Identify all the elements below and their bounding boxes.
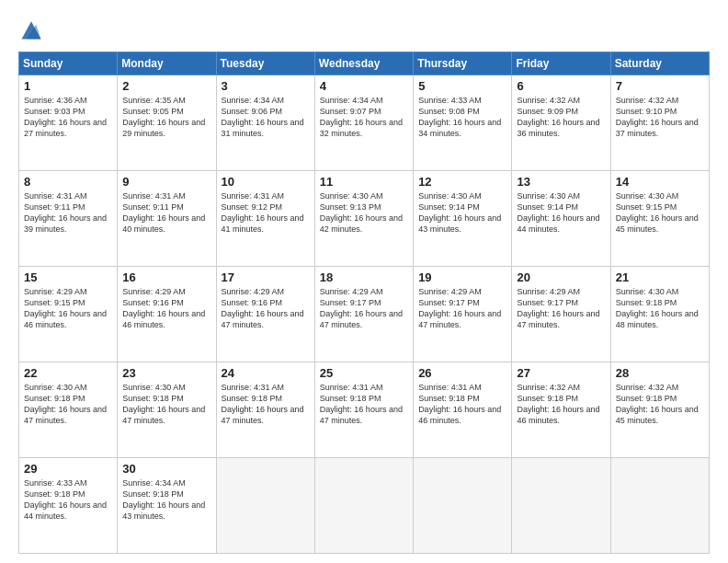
day-number: 29 [24, 462, 112, 476]
day-number: 20 [517, 270, 605, 284]
calendar-day-cell: 5 Sunrise: 4:33 AMSunset: 9:08 PMDayligh… [414, 75, 512, 171]
calendar-day-cell: 18 Sunrise: 4:29 AMSunset: 9:17 PMDaylig… [314, 267, 413, 362]
calendar-day-cell [610, 458, 709, 554]
calendar-day-cell: 16 Sunrise: 4:29 AMSunset: 9:16 PMDaylig… [118, 267, 216, 362]
day-number: 19 [418, 270, 506, 284]
day-info: Sunrise: 4:32 AMSunset: 9:18 PMDaylight:… [517, 382, 605, 427]
day-info: Sunrise: 4:30 AMSunset: 9:14 PMDaylight:… [418, 190, 506, 236]
logo [18, 17, 48, 42]
calendar-day-cell: 28 Sunrise: 4:32 AMSunset: 9:18 PMDaylig… [610, 362, 709, 458]
calendar-day-cell: 12 Sunrise: 4:30 AMSunset: 9:14 PMDaylig… [414, 171, 512, 267]
weekday-header: Thursday [414, 52, 512, 75]
logo-icon [18, 17, 44, 42]
calendar-day-cell: 11 Sunrise: 4:30 AMSunset: 9:13 PMDaylig… [314, 171, 413, 267]
day-info: Sunrise: 4:32 AMSunset: 9:18 PMDaylight:… [616, 382, 704, 427]
day-number: 9 [122, 175, 210, 189]
day-info: Sunrise: 4:30 AMSunset: 9:18 PMDaylight:… [24, 382, 112, 427]
day-number: 12 [418, 175, 506, 189]
calendar-day-cell: 24 Sunrise: 4:31 AMSunset: 9:18 PMDaylig… [216, 362, 314, 458]
day-number: 22 [24, 366, 112, 380]
day-number: 17 [222, 270, 310, 284]
calendar-day-cell: 13 Sunrise: 4:30 AMSunset: 9:14 PMDaylig… [512, 171, 610, 267]
calendar-week-row: 22 Sunrise: 4:30 AMSunset: 9:18 PMDaylig… [19, 362, 710, 458]
calendar-day-cell [414, 458, 512, 554]
calendar-header-row: SundayMondayTuesdayWednesdayThursdayFrid… [19, 52, 710, 75]
day-info: Sunrise: 4:30 AMSunset: 9:13 PMDaylight:… [320, 190, 408, 236]
day-number: 3 [222, 79, 310, 93]
day-info: Sunrise: 4:33 AMSunset: 9:08 PMDaylight:… [418, 95, 506, 140]
calendar-day-cell: 15 Sunrise: 4:29 AMSunset: 9:15 PMDaylig… [19, 267, 118, 362]
weekday-header: Tuesday [216, 52, 314, 75]
page: SundayMondayTuesdayWednesdayThursdayFrid… [0, 0, 728, 563]
calendar-week-row: 8 Sunrise: 4:31 AMSunset: 9:11 PMDayligh… [19, 171, 710, 267]
day-number: 1 [24, 79, 112, 93]
calendar-day-cell: 7 Sunrise: 4:32 AMSunset: 9:10 PMDayligh… [610, 75, 709, 171]
calendar-day-cell: 22 Sunrise: 4:30 AMSunset: 9:18 PMDaylig… [19, 362, 118, 458]
day-info: Sunrise: 4:29 AMSunset: 9:17 PMDaylight:… [517, 286, 605, 331]
header [18, 17, 710, 42]
day-info: Sunrise: 4:32 AMSunset: 9:09 PMDaylight:… [517, 95, 605, 140]
calendar-day-cell: 3 Sunrise: 4:34 AMSunset: 9:06 PMDayligh… [216, 75, 314, 171]
day-number: 26 [418, 366, 506, 380]
day-number: 21 [616, 270, 704, 284]
calendar-day-cell: 27 Sunrise: 4:32 AMSunset: 9:18 PMDaylig… [512, 362, 610, 458]
day-info: Sunrise: 4:30 AMSunset: 9:18 PMDaylight:… [122, 382, 210, 427]
calendar-day-cell: 25 Sunrise: 4:31 AMSunset: 9:18 PMDaylig… [314, 362, 413, 458]
weekday-header: Wednesday [314, 52, 413, 75]
day-number: 5 [418, 79, 506, 93]
day-info: Sunrise: 4:34 AMSunset: 9:06 PMDaylight:… [222, 95, 310, 140]
day-number: 18 [320, 270, 408, 284]
day-info: Sunrise: 4:31 AMSunset: 9:18 PMDaylight:… [222, 382, 310, 427]
calendar-week-row: 1 Sunrise: 4:36 AMSunset: 9:03 PMDayligh… [19, 75, 710, 171]
day-number: 24 [222, 366, 310, 380]
calendar-day-cell: 9 Sunrise: 4:31 AMSunset: 9:11 PMDayligh… [118, 171, 216, 267]
day-number: 2 [122, 79, 210, 93]
weekday-header: Friday [512, 52, 610, 75]
weekday-header: Saturday [610, 52, 709, 75]
calendar-day-cell: 23 Sunrise: 4:30 AMSunset: 9:18 PMDaylig… [118, 362, 216, 458]
calendar-day-cell: 17 Sunrise: 4:29 AMSunset: 9:16 PMDaylig… [216, 267, 314, 362]
calendar-day-cell: 2 Sunrise: 4:35 AMSunset: 9:05 PMDayligh… [118, 75, 216, 171]
calendar-day-cell: 29 Sunrise: 4:33 AMSunset: 9:18 PMDaylig… [19, 458, 118, 554]
day-info: Sunrise: 4:29 AMSunset: 9:17 PMDaylight:… [320, 286, 408, 331]
calendar-day-cell: 20 Sunrise: 4:29 AMSunset: 9:17 PMDaylig… [512, 267, 610, 362]
day-info: Sunrise: 4:31 AMSunset: 9:11 PMDaylight:… [24, 190, 112, 236]
day-number: 14 [616, 175, 704, 189]
day-number: 27 [517, 366, 605, 380]
day-info: Sunrise: 4:29 AMSunset: 9:17 PMDaylight:… [418, 286, 506, 331]
day-number: 10 [222, 175, 310, 189]
day-info: Sunrise: 4:32 AMSunset: 9:10 PMDaylight:… [616, 95, 704, 140]
day-number: 16 [122, 270, 210, 284]
calendar-day-cell: 10 Sunrise: 4:31 AMSunset: 9:12 PMDaylig… [216, 171, 314, 267]
day-info: Sunrise: 4:34 AMSunset: 9:18 PMDaylight:… [122, 477, 210, 523]
calendar-day-cell: 30 Sunrise: 4:34 AMSunset: 9:18 PMDaylig… [118, 458, 216, 554]
calendar-week-row: 15 Sunrise: 4:29 AMSunset: 9:15 PMDaylig… [19, 267, 710, 362]
day-number: 7 [616, 79, 704, 93]
day-info: Sunrise: 4:36 AMSunset: 9:03 PMDaylight:… [24, 95, 112, 140]
day-info: Sunrise: 4:31 AMSunset: 9:12 PMDaylight:… [222, 190, 310, 236]
day-number: 4 [320, 79, 408, 93]
day-info: Sunrise: 4:30 AMSunset: 9:14 PMDaylight:… [517, 190, 605, 236]
day-info: Sunrise: 4:29 AMSunset: 9:16 PMDaylight:… [122, 286, 210, 331]
day-info: Sunrise: 4:33 AMSunset: 9:18 PMDaylight:… [24, 477, 112, 523]
day-number: 13 [517, 175, 605, 189]
calendar-table: SundayMondayTuesdayWednesdayThursdayFrid… [18, 52, 710, 554]
calendar-day-cell: 19 Sunrise: 4:29 AMSunset: 9:17 PMDaylig… [414, 267, 512, 362]
calendar-day-cell: 1 Sunrise: 4:36 AMSunset: 9:03 PMDayligh… [19, 75, 118, 171]
day-info: Sunrise: 4:30 AMSunset: 9:18 PMDaylight:… [616, 286, 704, 331]
day-info: Sunrise: 4:29 AMSunset: 9:16 PMDaylight:… [222, 286, 310, 331]
day-number: 25 [320, 366, 408, 380]
day-info: Sunrise: 4:31 AMSunset: 9:18 PMDaylight:… [320, 382, 408, 427]
calendar-day-cell: 4 Sunrise: 4:34 AMSunset: 9:07 PMDayligh… [314, 75, 413, 171]
calendar-day-cell: 8 Sunrise: 4:31 AMSunset: 9:11 PMDayligh… [19, 171, 118, 267]
day-number: 30 [122, 462, 210, 476]
calendar-day-cell: 14 Sunrise: 4:30 AMSunset: 9:15 PMDaylig… [610, 171, 709, 267]
calendar-day-cell [314, 458, 413, 554]
calendar-day-cell: 26 Sunrise: 4:31 AMSunset: 9:18 PMDaylig… [414, 362, 512, 458]
calendar-day-cell: 6 Sunrise: 4:32 AMSunset: 9:09 PMDayligh… [512, 75, 610, 171]
weekday-header: Monday [118, 52, 216, 75]
day-number: 23 [122, 366, 210, 380]
calendar-day-cell [512, 458, 610, 554]
day-info: Sunrise: 4:31 AMSunset: 9:11 PMDaylight:… [122, 190, 210, 236]
day-info: Sunrise: 4:31 AMSunset: 9:18 PMDaylight:… [418, 382, 506, 427]
